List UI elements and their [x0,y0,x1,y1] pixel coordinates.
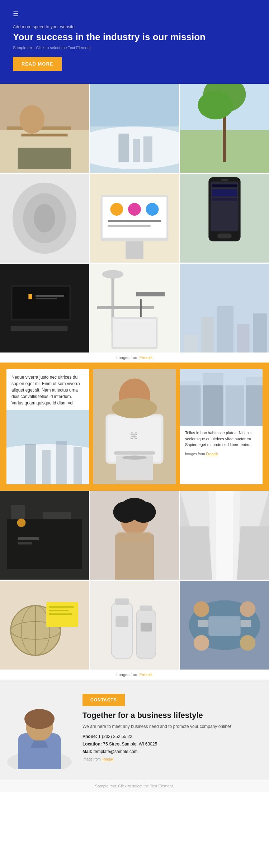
svg-rect-43 [36,298,57,299]
svg-rect-11 [143,136,152,162]
svg-point-24 [110,203,123,216]
svg-rect-10 [133,139,140,162]
orange-card-3-text: Tellus in hac habitasse platea. Nisl nis… [180,426,263,451]
svg-point-72 [122,456,147,460]
contact-person-image [0,690,79,769]
svg-rect-84 [18,537,39,540]
svg-point-3 [20,105,44,134]
svg-rect-62 [42,450,51,484]
svg-rect-115 [140,606,152,611]
grid1-image-5 [90,174,179,263]
svg-rect-32 [211,182,238,231]
svg-rect-35 [212,184,237,187]
svg-rect-28 [108,225,151,227]
svg-rect-85 [18,542,32,545]
svg-rect-111 [90,581,179,670]
hero-sub-label: Add more speed to your website [13,24,256,29]
svg-rect-124 [208,616,240,636]
contact-desc: We are here to meet any business need an… [82,723,258,730]
contacts-button[interactable]: CONTACTS [82,694,125,706]
svg-rect-83 [43,512,71,519]
svg-rect-117 [141,623,152,632]
svg-rect-40 [13,287,70,319]
svg-rect-37 [212,198,237,201]
contact-title: Together for a business lifestyle [82,710,258,720]
grid2-image-4 [0,581,89,670]
orange-card-1: Neque viverra justo nec ultrices dui sap… [6,369,89,484]
orange-card-1-image [6,410,89,484]
svg-point-20 [34,204,55,232]
svg-rect-29 [126,241,143,259]
contact-freepik-link[interactable]: Freepik [102,757,113,761]
svg-rect-61 [25,444,36,484]
svg-rect-112 [112,602,133,659]
svg-rect-36 [212,190,237,197]
svg-rect-44 [11,326,68,331]
svg-rect-70 [114,451,155,455]
svg-rect-34 [221,179,228,181]
svg-rect-63 [56,441,67,484]
svg-point-26 [146,203,159,216]
image-grid-2 [0,491,269,670]
grid2-image-1 [0,491,89,580]
svg-rect-77 [226,385,244,427]
contact-img-attr: Image from Freepik [82,757,258,761]
svg-rect-109 [49,610,69,612]
svg-rect-9 [118,134,129,162]
svg-point-123 [240,635,256,651]
svg-rect-27 [108,220,161,222]
svg-rect-91 [118,532,150,542]
orange-card-3-attr: Images from Freepik [180,451,263,460]
grid2-image-5 [90,581,179,670]
svg-rect-58 [253,313,267,353]
hamburger-menu-icon[interactable]: ☰ [13,10,256,18]
svg-rect-54 [184,335,198,353]
svg-marker-101 [237,526,269,580]
svg-rect-50 [113,319,156,347]
svg-rect-125 [198,620,209,627]
svg-rect-51 [136,292,165,297]
svg-rect-4 [22,134,68,136]
svg-rect-52 [140,299,142,317]
grid1-attribution: Images from Freepik [0,353,269,363]
hero-title: Your success in the industry is our miss… [13,32,256,43]
grid2-freepik-link[interactable]: Freepik [140,672,153,677]
svg-marker-100 [180,526,212,580]
hero-section: ☰ Add more speed to your website Your su… [0,0,269,84]
grid1-image-4 [0,174,89,263]
svg-rect-55 [202,317,214,353]
grid1-image-7 [0,264,89,353]
svg-point-16 [198,91,233,119]
svg-rect-108 [49,606,74,608]
svg-point-69 [112,398,157,419]
svg-marker-41 [28,294,32,299]
grid2-image-6 [180,581,269,670]
svg-rect-33 [217,234,232,239]
grid1-image-3 [180,84,269,173]
orange-card-2: ⌘ [93,369,176,484]
svg-rect-42 [36,295,64,297]
svg-point-122 [194,635,209,651]
grid1-freepik-link[interactable]: Freepik [140,355,153,360]
orange-card-3-freepik-link[interactable]: Freepik [206,452,218,456]
contact-mail: Mail: template@sample.com [82,748,258,755]
grid2-attribution: Images from Freepik [0,670,269,680]
svg-rect-113 [136,609,156,659]
grid1-image-6 [180,174,269,263]
contact-phone: Phone: 1 (232) 252 55 22 [82,733,258,740]
svg-rect-79 [180,369,263,385]
contact-section: CONTACTS Together for a business lifesty… [0,680,269,780]
svg-rect-7 [90,84,179,126]
svg-rect-57 [237,324,250,353]
svg-point-86 [17,519,26,527]
svg-rect-116 [115,616,128,627]
contact-location: Location: 75 Street Sample, WI 63025 [82,741,258,748]
footer-sample-text: Sample text. Click to select the Text El… [95,784,174,788]
orange-section: Neque viverra justo nec ultrices dui sap… [0,363,269,491]
svg-rect-5 [18,148,71,169]
read-more-button[interactable]: READ MORE [13,57,62,71]
svg-point-47 [102,270,124,279]
image-grid-1 [0,84,269,353]
svg-rect-64 [74,447,82,484]
svg-point-120 [194,601,209,617]
